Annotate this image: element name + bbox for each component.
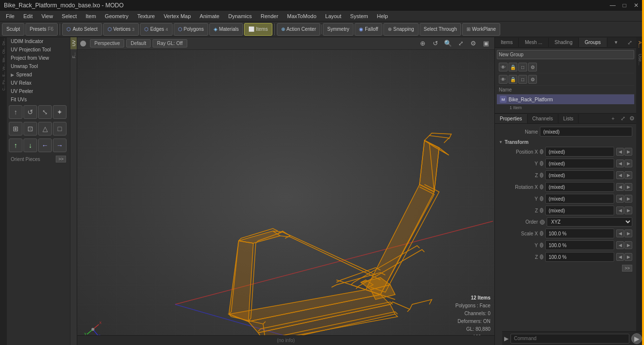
tool-icon-scale[interactable]: ⤡	[38, 105, 52, 119]
menu-help[interactable]: Help	[373, 12, 392, 20]
ray-gl-button[interactable]: Ray GL: Off	[153, 39, 187, 47]
prop-pos-z-dot[interactable]	[540, 173, 543, 178]
settings-icon[interactable]: ⚙	[528, 63, 537, 71]
prop-pos-z-input[interactable]	[545, 170, 614, 180]
action-center-button[interactable]: ⊕ Action Center	[277, 23, 321, 36]
prop-pos-x-input[interactable]	[545, 147, 614, 157]
prop-order-dot[interactable]	[540, 220, 545, 225]
prop-rot-y-input[interactable]	[545, 194, 614, 204]
prop-pos-z-prev[interactable]: ◀	[616, 171, 624, 179]
menu-vertex-map[interactable]: Vertex Map	[160, 12, 195, 20]
vp-icon-zoom[interactable]: 🔍	[443, 38, 453, 49]
prop-pos-y-prev[interactable]: ◀	[616, 160, 624, 167]
tab-items[interactable]: Items	[495, 38, 519, 47]
eye-icon[interactable]: 👁	[499, 63, 508, 71]
tool-icon-box[interactable]: □	[53, 122, 67, 136]
prop-scale-y-input[interactable]	[545, 240, 614, 250]
close-btn[interactable]: ✕	[632, 1, 640, 9]
prop-rot-z-next[interactable]: ▶	[624, 207, 632, 214]
prop-pos-y-dot[interactable]	[540, 161, 543, 166]
falloff-button[interactable]: ◉ Falloff	[355, 23, 382, 36]
menu-geometry[interactable]: Geometry	[101, 12, 132, 20]
tool-icon-arrow-left[interactable]: ←	[38, 138, 52, 152]
snapping-button[interactable]: ⊕ Snapping	[383, 23, 418, 36]
settings-icon-2[interactable]: ⚙	[528, 75, 537, 84]
tab-groups[interactable]: Groups	[579, 38, 607, 47]
tab-channels[interactable]: Channels	[528, 114, 558, 123]
menu-view[interactable]: View	[38, 12, 57, 20]
prop-scale-y-next[interactable]: ▶	[624, 241, 632, 249]
props-expand-btn[interactable]: ⤢	[619, 114, 627, 123]
prop-scale-z-next[interactable]: ▶	[624, 253, 632, 261]
tool-spread[interactable]: ▶ Spread	[7, 70, 70, 79]
menu-select[interactable]: Select	[58, 12, 81, 20]
props-settings-btn[interactable]: ⚙	[627, 114, 636, 123]
prop-scale-y-prev[interactable]: ◀	[616, 241, 624, 249]
prop-rot-z-dot[interactable]	[540, 208, 543, 213]
default-button[interactable]: Default	[126, 39, 151, 47]
prop-rot-z-input[interactable]	[545, 206, 614, 215]
select-through-button[interactable]: Select Through	[420, 23, 462, 36]
prop-scale-x-dot[interactable]	[540, 231, 543, 236]
tab-properties[interactable]: Properties	[495, 114, 528, 123]
prop-rot-x-prev[interactable]: ◀	[616, 183, 624, 191]
auto-select-button[interactable]: ⬡ Auto Select	[62, 23, 102, 36]
edges-button[interactable]: ⬡ Edges 4	[140, 23, 172, 36]
prop-pos-z-next[interactable]: ▶	[624, 171, 632, 179]
minimize-btn[interactable]: —	[609, 1, 617, 9]
eye-icon-2[interactable]: 👁	[499, 75, 508, 84]
materials-button[interactable]: ◈ Materials	[209, 23, 244, 36]
tool-icon-dot[interactable]: ⊡	[23, 122, 37, 136]
prop-order-select[interactable]: XYZ XZY YXZ YZX ZXY ZYX	[547, 217, 632, 227]
items-button[interactable]: ⬜ Items	[244, 23, 272, 36]
menu-animate[interactable]: Animate	[196, 12, 223, 20]
prop-rot-z-prev[interactable]: ◀	[616, 207, 624, 214]
transform-section-header[interactable]: Transform	[497, 138, 634, 146]
lock-icon[interactable]: 🔒	[509, 63, 517, 71]
menu-item[interactable]: Item	[82, 12, 100, 20]
prop-pos-x-prev[interactable]: ◀	[616, 148, 624, 156]
uv-tab-label[interactable]: UV	[70, 37, 77, 49]
items-expand-btn[interactable]: ⤢	[625, 38, 634, 47]
sculpt-button[interactable]: Sculpt	[2, 23, 24, 36]
tab-mesh[interactable]: Mesh ...	[519, 38, 549, 47]
tool-icon-tri[interactable]: △	[38, 122, 52, 136]
prop-pos-y-next[interactable]: ▶	[624, 160, 632, 167]
tool-project-view[interactable]: Project from View	[7, 54, 70, 62]
menu-file[interactable]: File	[2, 12, 19, 20]
tool-icon-move[interactable]: ↑	[9, 105, 22, 119]
prop-pos-y-input[interactable]	[545, 159, 614, 168]
command-input[interactable]	[511, 334, 629, 344]
tab-shading[interactable]: Shading	[549, 38, 579, 47]
presets-button[interactable]: Presets F6	[25, 23, 58, 36]
perspective-button[interactable]: Perspective	[90, 39, 124, 47]
prop-pos-x-dot[interactable]	[540, 149, 543, 154]
tool-icon-arrow-down[interactable]: ↓	[23, 138, 37, 152]
vertices-button[interactable]: ⬡ Vertices 3	[103, 23, 139, 36]
vp-icon-rotate[interactable]: ↺	[430, 38, 441, 49]
f-tab-label[interactable]: F...	[70, 49, 77, 61]
prop-scale-x-prev[interactable]: ◀	[616, 230, 624, 237]
tool-uv-projection[interactable]: UV Projection Tool	[7, 46, 70, 54]
menu-layout[interactable]: Layout	[321, 12, 345, 20]
tabs-more-btn[interactable]: ▾	[611, 37, 622, 47]
polygons-button[interactable]: ⬡ Polygons	[174, 23, 208, 36]
menu-system[interactable]: System	[346, 12, 372, 20]
prop-rot-y-dot[interactable]	[540, 196, 543, 201]
prop-rot-x-dot[interactable]	[540, 184, 543, 189]
item-row-bike-rack[interactable]: M Bike_Rack_Platform	[497, 94, 634, 104]
menu-maxtomodo[interactable]: MaxToModo	[283, 12, 320, 20]
viewport[interactable]: Perspective Default Ray GL: Off ⊕ ↺ 🔍 ⤢ …	[77, 37, 494, 345]
menu-render[interactable]: Render	[257, 12, 282, 20]
prop-scale-y-dot[interactable]	[540, 243, 543, 248]
prop-scale-x-next[interactable]: ▶	[624, 230, 632, 237]
vp-icon-settings[interactable]: ⚙	[468, 38, 479, 49]
prop-pos-x-next[interactable]: ▶	[624, 148, 632, 156]
tool-icon-arrow-right[interactable]: →	[53, 138, 67, 152]
viewport-canvas[interactable]: 12 Items Polygons : Face Channels: 0 Def…	[77, 50, 494, 345]
command-run-btn[interactable]: ▶	[631, 333, 642, 344]
workplane-button[interactable]: ⊞ WorkPlane	[462, 23, 500, 36]
prop-rot-y-next[interactable]: ▶	[624, 195, 632, 203]
symmetry-button[interactable]: Symmetry	[323, 23, 354, 36]
tool-icon-rotate[interactable]: ↺	[23, 105, 37, 119]
